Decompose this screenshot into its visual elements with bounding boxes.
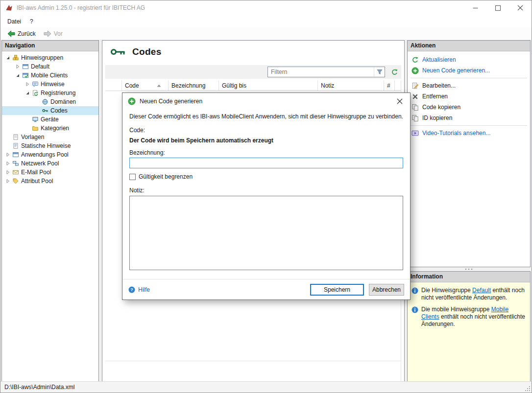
expand-arrow-icon[interactable] xyxy=(24,80,31,88)
back-button[interactable]: Zurück xyxy=(4,29,39,38)
action-edit[interactable]: Bearbeiten... xyxy=(408,80,530,91)
separator xyxy=(411,125,527,126)
cancel-button[interactable]: Abbrechen xyxy=(369,284,404,296)
column-header-notiz[interactable]: Notiz xyxy=(318,80,384,91)
action-copy-id[interactable]: ID kopieren xyxy=(408,113,530,123)
forward-arrow-icon xyxy=(44,30,51,37)
action-new-code[interactable]: Neuen Code generieren... xyxy=(408,65,530,76)
forward-button[interactable]: Vor xyxy=(41,29,66,38)
actions-list: Aktualisieren Neuen Code generieren... B… xyxy=(408,51,530,139)
tree-item-label: Attribut Pool xyxy=(20,178,53,185)
copy-icon xyxy=(411,115,419,122)
name-input[interactable] xyxy=(129,158,403,168)
dialog-description: Dieser Code ermöglicht es IBI-aws Mobile… xyxy=(129,113,403,120)
checkbox-icon[interactable] xyxy=(129,174,136,180)
collapse-arrow-icon[interactable] xyxy=(14,71,22,79)
window-controls xyxy=(464,0,532,15)
note-label: Notiz: xyxy=(129,187,403,194)
window-title: IBI-aws Admin 1.25.0 - registriert für I… xyxy=(17,4,464,11)
refresh-icon xyxy=(411,56,419,64)
app-window: IBI-aws Admin 1.25.0 - registriert für I… xyxy=(0,0,532,393)
tree-item-geraete[interactable]: Geräte xyxy=(2,115,98,124)
menu-datei[interactable]: Datei xyxy=(3,16,25,27)
app-icon xyxy=(5,4,13,12)
filter-funnel-icon[interactable] xyxy=(374,67,385,77)
tree-item-anwendungs-pool[interactable]: Anwendungs Pool xyxy=(2,150,98,159)
info-message-text: Die mobile Hinweisgruppe Mobile Clients … xyxy=(421,306,527,328)
tree-item-label: Hinweisgruppen xyxy=(20,54,63,61)
collapse-arrow-icon[interactable] xyxy=(24,89,31,97)
action-refresh[interactable]: Aktualisieren xyxy=(408,54,530,65)
tree-item-label: Kategorien xyxy=(39,125,69,132)
key-icon xyxy=(111,47,125,56)
table-footer xyxy=(105,361,401,381)
video-icon xyxy=(411,130,419,137)
info-icon xyxy=(411,287,418,301)
registration-icon xyxy=(31,90,39,96)
tree-item-mobile-clients[interactable]: Mobile Clients xyxy=(2,71,98,80)
action-video-tutorials[interactable]: Video-Tutorials ansehen... xyxy=(408,128,530,139)
tree-item-hinweisgruppen[interactable]: Hinweisgruppen xyxy=(2,53,98,62)
tree-item-default[interactable]: Default xyxy=(2,62,98,71)
navigation-header: Navigation xyxy=(2,41,98,51)
code-label: Code: xyxy=(129,127,403,134)
tree-item-statische-hinweise[interactable]: Statische Hinweise xyxy=(2,141,98,150)
tree-item-email-pool[interactable]: E-Mail Pool xyxy=(2,168,98,177)
column-header-gueltig-bis[interactable]: Gültig bis xyxy=(219,80,318,91)
tree-item-domaenen[interactable]: Domänen xyxy=(2,97,98,106)
collapse-arrow-icon[interactable] xyxy=(4,54,12,62)
expand-arrow-icon[interactable] xyxy=(4,177,12,185)
statusbar: D:\IBI-aws\Admin\Data.xml xyxy=(0,381,532,393)
info-link-default[interactable]: Default xyxy=(472,287,491,294)
refresh-icon[interactable] xyxy=(389,69,399,76)
tree-item-label: Domänen xyxy=(49,98,76,105)
tree-item-label: Vorlagen xyxy=(20,134,44,140)
expand-arrow-icon[interactable] xyxy=(4,168,12,176)
tree-item-registrierung[interactable]: Registrierung xyxy=(2,89,98,97)
close-icon[interactable] xyxy=(393,95,406,108)
tree-item-kategorien[interactable]: Kategorien xyxy=(2,124,98,133)
template-icon xyxy=(12,134,20,140)
tree-item-label: Hinweise xyxy=(39,81,65,88)
help-icon: ? xyxy=(128,286,135,293)
note-input[interactable] xyxy=(129,196,403,270)
window-icon xyxy=(22,63,29,70)
name-label: Bezeichnung: xyxy=(129,149,403,156)
help-link[interactable]: ? Hilfe xyxy=(128,286,305,293)
column-header-count[interactable]: # xyxy=(384,80,395,91)
expand-arrow-icon[interactable] xyxy=(14,63,22,70)
actions-header: Aktionen xyxy=(408,41,530,51)
filter-input[interactable] xyxy=(268,69,374,75)
filter-box xyxy=(267,67,385,77)
help-label: Hilfe xyxy=(138,286,150,293)
maximize-button[interactable] xyxy=(486,0,509,15)
minimize-button[interactable] xyxy=(464,0,486,15)
tree-item-hinweise[interactable]: Hinweise xyxy=(2,80,98,89)
tree-item-vorlagen[interactable]: Vorlagen xyxy=(2,133,98,141)
expand-arrow-icon[interactable] xyxy=(4,160,12,167)
navigation-panel: Navigation Hinweisgruppen Default xyxy=(1,40,99,382)
column-header-filler xyxy=(395,80,401,91)
filter-row xyxy=(105,65,401,79)
tree-item-attribut-pool[interactable]: Attribut Pool xyxy=(2,177,98,185)
action-remove[interactable]: Entfernen xyxy=(408,91,530,102)
delete-x-icon xyxy=(411,93,419,100)
svg-text:?: ? xyxy=(130,287,133,292)
tree-item-codes[interactable]: Codes xyxy=(2,106,98,115)
toolbar: Zurück Vor xyxy=(0,27,532,40)
category-icon xyxy=(31,125,39,132)
tree-item-netzwerk-pool[interactable]: Netzwerk Pool xyxy=(2,159,98,168)
back-label: Zurück xyxy=(18,30,36,37)
save-button[interactable]: Speichern xyxy=(310,284,364,296)
limit-validity-checkbox[interactable]: Gültigkeit begrenzen xyxy=(129,173,403,180)
column-header-code[interactable]: Code xyxy=(122,80,169,91)
column-header-bezeichnung[interactable]: Bezeichnung xyxy=(169,80,219,91)
application-icon xyxy=(12,151,20,158)
close-button[interactable] xyxy=(509,0,532,15)
panel-splitter[interactable] xyxy=(407,267,531,271)
menu-help[interactable]: ? xyxy=(25,16,38,27)
action-copy-code[interactable]: Code kopieren xyxy=(408,102,530,113)
resize-grip[interactable] xyxy=(524,385,531,392)
expand-arrow-icon[interactable] xyxy=(4,151,12,159)
attribute-icon xyxy=(12,178,20,185)
